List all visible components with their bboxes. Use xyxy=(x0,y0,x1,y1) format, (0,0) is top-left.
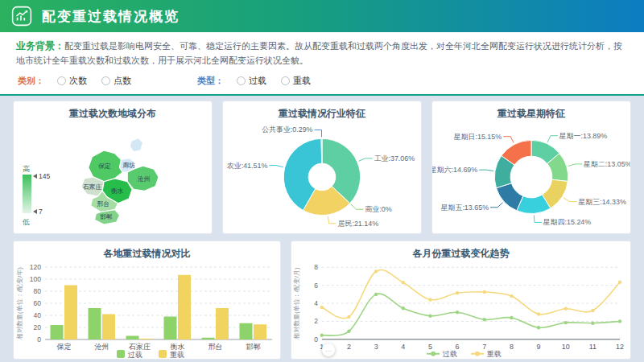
line-marker-过载[interactable] xyxy=(320,333,324,336)
x-tick-label: 8 xyxy=(510,343,514,351)
donut-label-line xyxy=(269,165,283,167)
y-tick-label: 6 xyxy=(314,281,318,289)
line-marker-过载[interactable] xyxy=(456,311,459,314)
line-marker-重载[interactable] xyxy=(374,269,378,273)
donut-label-line xyxy=(328,216,336,224)
map-region-label: 石家庄 xyxy=(83,183,102,191)
legend-label[interactable]: 过载 xyxy=(128,350,142,358)
top-section: 配变重过载情况概览 业务背景：配变重过载是影响电网安全、可靠、稳定运行的主要因素… xyxy=(0,0,644,96)
bar-重载-邢台[interactable] xyxy=(216,308,229,339)
hebei-map: 保定廊坊沧州石家庄衡水邢台邯郸 xyxy=(56,119,212,228)
legend-label[interactable]: 重载 xyxy=(487,350,502,358)
line-marker-过载[interactable] xyxy=(618,319,621,323)
radio-option-dianshu[interactable]: 点数 xyxy=(101,75,131,87)
x-tick-label: 保定 xyxy=(56,343,72,351)
line-marker-重载[interactable] xyxy=(564,306,568,310)
line-marker-过载[interactable] xyxy=(374,292,378,295)
radio-circle-icon[interactable] xyxy=(237,76,246,85)
donut-label: 星期六:14.69% xyxy=(432,166,477,174)
dashboard-page: 配变重过载情况概览 业务背景：配变重过载是影响电网安全、可靠、稳定运行的主要因素… xyxy=(0,0,644,362)
charts-row-bottom: 各地重过载情况对比 020406080100120保定沧州石家庄衡水邢台邯郸相对… xyxy=(13,241,631,360)
bar-过载-衡水[interactable] xyxy=(164,316,177,339)
scale-min-marker-icon xyxy=(33,209,37,214)
x-tick-label: 12 xyxy=(616,343,624,351)
line-marker-重载[interactable] xyxy=(320,306,324,309)
line-marker-重载[interactable] xyxy=(618,280,621,283)
map-region-label: 沧州 xyxy=(138,175,151,183)
line-marker-重载[interactable] xyxy=(428,298,431,301)
map-color-scale: 高 145 7 低 xyxy=(20,164,56,227)
y-tick-label: 100 xyxy=(30,275,41,283)
bar-过载-沧州[interactable] xyxy=(89,308,101,339)
line-marker-重载[interactable] xyxy=(510,294,513,298)
line-marker-重载[interactable] xyxy=(347,315,350,318)
radio-circle-icon[interactable] xyxy=(57,76,66,85)
bar-重载-沧州[interactable] xyxy=(102,314,115,339)
map-region-label: 衡水 xyxy=(111,187,124,195)
bar-重载-衡水[interactable] xyxy=(178,275,191,339)
line-marker-过载[interactable] xyxy=(537,326,540,329)
radio-option-zhongzai[interactable]: 重载 xyxy=(281,75,311,87)
donut-label: 农业:41.51% xyxy=(227,161,268,169)
bar-重载-保定[interactable] xyxy=(64,285,77,339)
bar-过载-邯郸[interactable] xyxy=(240,323,253,339)
y-tick-label: 60 xyxy=(34,299,42,307)
map-region-label: 廊坊 xyxy=(122,162,135,169)
weekday-donut-chart: 星期一:13.89%星期二:13.05%星期三:14.33%星期四:15.24%… xyxy=(432,119,630,230)
bar-重载-石家庄[interactable] xyxy=(140,339,153,339)
line-marker-重载[interactable] xyxy=(456,291,459,294)
line-marker-过载[interactable] xyxy=(591,321,594,324)
legend-dot-icon[interactable] xyxy=(475,352,480,356)
map-region-廊坊[interactable] xyxy=(130,138,142,151)
scale-max-value: 145 xyxy=(39,172,50,180)
line-marker-过载[interactable] xyxy=(483,318,486,321)
x-tick-label: 邯郸 xyxy=(246,343,261,351)
radio-option-cishu[interactable]: 次数 xyxy=(57,75,87,87)
line-marker-重载[interactable] xyxy=(483,290,486,294)
panel-title: 重过载情况行业特征 xyxy=(223,101,421,119)
donut-label: 星期四:15.24% xyxy=(543,218,591,226)
radio-circle-icon[interactable] xyxy=(281,76,290,85)
donut-label: 公共事业:0.29% xyxy=(262,125,312,134)
donut-label-line xyxy=(479,170,493,171)
bar-过载-保定[interactable] xyxy=(51,325,64,339)
donut-slice-公共事业[interactable] xyxy=(321,138,322,163)
panel-industry-donut: 重过载情况行业特征 工业:37.06%商业:0%居民:21.14%农业:41.5… xyxy=(222,101,422,234)
y-tick-label: 40 xyxy=(34,311,42,319)
line-marker-重载[interactable] xyxy=(591,309,594,312)
y-tick-label: 120 xyxy=(30,263,41,271)
line-marker-过载[interactable] xyxy=(428,314,431,317)
x-tick-label: 11 xyxy=(589,343,597,351)
line-marker-过载[interactable] xyxy=(564,321,568,324)
x-tick-label: 7 xyxy=(482,343,486,351)
x-tick-label: 9 xyxy=(537,343,541,351)
y-tick-label: 80 xyxy=(34,287,42,295)
y-axis-title: 相对数量(单位：/配变/年) xyxy=(16,267,23,339)
legend-swatch-重载[interactable] xyxy=(159,350,167,358)
legend-dot-icon[interactable] xyxy=(431,352,436,356)
radio-option-guozai[interactable]: 过载 xyxy=(237,75,266,87)
radio-option-label: 过载 xyxy=(249,75,266,87)
x-tick-label: 5 xyxy=(428,343,432,351)
scale-min-value: 7 xyxy=(39,208,43,216)
more-button[interactable]: … xyxy=(322,343,335,356)
radio-option-label: 次数 xyxy=(69,75,87,87)
line-marker-过载[interactable] xyxy=(347,329,350,332)
line-marker-重载[interactable] xyxy=(402,281,405,284)
bar-过载-邢台[interactable] xyxy=(202,338,215,339)
line-marker-过载[interactable] xyxy=(402,306,405,310)
bar-重载-邯郸[interactable] xyxy=(254,324,266,339)
scale-max-marker-icon xyxy=(33,174,37,179)
filter-category-label: 类别： xyxy=(18,75,44,87)
legend-label[interactable]: 重载 xyxy=(170,350,184,358)
panel-weekday-donut: 重过载星期特征 星期一:13.89%星期二:13.05%星期三:14.33%星期… xyxy=(431,101,631,234)
line-marker-重载[interactable] xyxy=(537,312,540,315)
scale-gradient-bar[interactable] xyxy=(23,175,31,213)
radio-circle-icon[interactable] xyxy=(101,76,110,85)
x-tick-label: 石家庄 xyxy=(128,343,151,351)
bar-过载-石家庄[interactable] xyxy=(126,335,139,339)
map-body: 高 145 7 低 保定廊坊沧州石家庄衡水邢台邯郸 xyxy=(14,119,212,228)
legend-swatch-过载[interactable] xyxy=(117,350,125,358)
line-marker-过载[interactable] xyxy=(510,316,513,319)
legend-label[interactable]: 过载 xyxy=(443,350,457,358)
